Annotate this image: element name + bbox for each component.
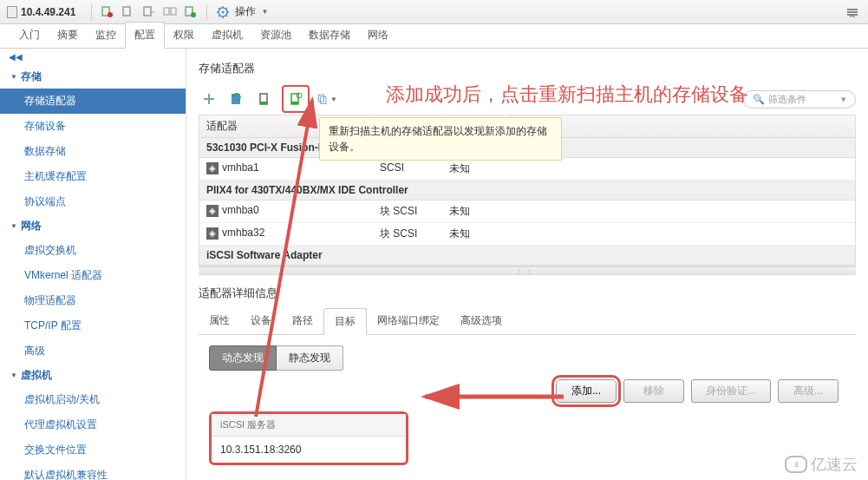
- tab-2[interactable]: 监控: [87, 23, 125, 48]
- splitter[interactable]: ::: [199, 266, 856, 275]
- sidebar-item[interactable]: 代理虚拟机设置: [0, 412, 186, 437]
- auth-button: 身份验证...: [691, 379, 771, 403]
- sidebar-item[interactable]: 协议端点: [0, 189, 186, 214]
- sidebar-item[interactable]: 物理适配器: [0, 288, 186, 313]
- dropdown-arrow-icon[interactable]: ▼: [261, 8, 268, 16]
- server-header[interactable]: iSCSI 服务器: [212, 414, 406, 437]
- svg-rect-4: [164, 8, 169, 15]
- svg-rect-2: [123, 7, 130, 16]
- tab-3[interactable]: 配置: [125, 22, 165, 49]
- table-group-row[interactable]: iSCSI Software Adapter: [199, 246, 855, 266]
- sidebar-item[interactable]: 存储适配器: [0, 89, 186, 114]
- toolbar-btn-4[interactable]: [161, 3, 179, 21]
- adapter-icon: ◈: [206, 162, 219, 174]
- gear-icon[interactable]: [214, 3, 232, 21]
- sidebar-item[interactable]: TCP/IP 配置: [0, 313, 186, 339]
- sidebar-item[interactable]: 主机缓存配置: [0, 164, 186, 189]
- server-value[interactable]: 10.3.151.18:3260: [212, 437, 406, 463]
- refresh-icon[interactable]: [226, 89, 247, 109]
- svg-rect-12: [260, 102, 267, 104]
- filter-dropdown-icon[interactable]: ▾: [841, 94, 846, 105]
- copy-icon[interactable]: ▼: [317, 89, 337, 109]
- add-adapter-icon[interactable]: [199, 89, 219, 109]
- toolbar-btn-5[interactable]: [182, 3, 199, 21]
- host-ip: 10.4.49.241: [21, 6, 75, 18]
- toolbar-btn-2[interactable]: [120, 3, 137, 21]
- tab-1[interactable]: 摘要: [49, 23, 87, 48]
- table-row[interactable]: ◈vmhba32块 SCSI未知: [199, 223, 855, 246]
- chevron-down-icon: ▼: [10, 73, 17, 81]
- action-buttons: 添加... 移除 身份验证... 高级...: [199, 379, 856, 403]
- toolbar-right-btn[interactable]: [844, 3, 861, 21]
- add-button[interactable]: 添加...: [556, 379, 617, 403]
- table-group-row[interactable]: PIIX4 for 430TX/440BX/MX IDE Controller: [199, 181, 855, 201]
- rescan-highlight: [282, 85, 310, 113]
- remove-button: 移除: [623, 379, 684, 403]
- sidebar-item[interactable]: 默认虚拟机兼容性: [0, 463, 186, 480]
- tab-4[interactable]: 权限: [165, 23, 203, 48]
- table-row[interactable]: ◈vmhba0块 SCSI未知: [199, 201, 855, 223]
- svg-rect-14: [291, 102, 298, 104]
- iscsi-server-table: iSCSI 服务器 10.3.151.18:3260: [209, 411, 408, 465]
- sidebar-item[interactable]: 虚拟机启动/关机: [0, 387, 186, 412]
- host-icon: [7, 6, 17, 18]
- adapter-icon: ◈: [206, 227, 219, 240]
- section-title: 存储适配器: [199, 61, 856, 76]
- detail-tab[interactable]: 网络端口绑定: [367, 308, 450, 334]
- detail-tab[interactable]: 属性: [199, 308, 240, 334]
- advanced-button: 高级...: [778, 379, 839, 403]
- filter-placeholder: 筛选条件: [768, 93, 806, 106]
- separator: [91, 4, 92, 20]
- storage-icon[interactable]: [254, 89, 275, 109]
- sidebar-item[interactable]: VMkernel 适配器: [0, 263, 186, 288]
- subtab[interactable]: 动态发现: [209, 345, 277, 371]
- detail-tab[interactable]: 高级选项: [450, 308, 512, 334]
- host-label: 10.4.49.241: [7, 6, 75, 18]
- tab-0[interactable]: 入门: [10, 23, 49, 48]
- detail-tab[interactable]: 目标: [323, 308, 367, 335]
- tooltip: 重新扫描主机的存储适配器以发现新添加的存储设备。: [319, 117, 562, 161]
- sidebar-group[interactable]: ▼虚拟机: [0, 364, 186, 387]
- svg-point-1: [108, 12, 113, 17]
- annotation-text: 添加成功后，点击重新扫描主机的存储设备: [386, 82, 748, 108]
- detail-tab[interactable]: 路径: [282, 308, 323, 334]
- discovery-subtabs: 动态发现静态发现: [209, 345, 856, 371]
- sidebar-item[interactable]: 数据存储: [0, 139, 186, 164]
- watermark-icon: ಹ: [785, 456, 807, 473]
- tab-6[interactable]: 资源池: [251, 23, 300, 48]
- separator: [206, 4, 207, 20]
- sidebar-item[interactable]: 高级: [0, 339, 186, 364]
- rescan-icon[interactable]: [285, 89, 306, 109]
- svg-point-15: [297, 93, 302, 98]
- sidebar-group[interactable]: ▼网络: [0, 214, 186, 238]
- svg-rect-16: [318, 95, 323, 102]
- sidebar-item[interactable]: 存储设备: [0, 114, 186, 139]
- detail-title: 适配器详细信息: [199, 286, 856, 301]
- filter-input[interactable]: 🔍 筛选条件 ▾: [743, 90, 856, 108]
- main-panel: 存储适配器 ▼ 🔍 筛选条件 ▾ 适配器 类型 状态 53c1030 PCI-X…: [186, 49, 868, 480]
- svg-point-9: [222, 10, 225, 13]
- svg-point-7: [191, 12, 196, 17]
- tab-7[interactable]: 数据存储: [300, 23, 359, 48]
- tab-5[interactable]: 虚拟机: [203, 23, 251, 48]
- adapter-icon: ◈: [206, 205, 219, 217]
- toolbar-btn-1[interactable]: [99, 3, 116, 21]
- table-row[interactable]: ◈vmhba1SCSI未知: [199, 158, 855, 181]
- watermark: ಹ 亿速云: [785, 454, 858, 475]
- svg-rect-5: [171, 8, 176, 15]
- sidebar-collapse[interactable]: ◀◀: [0, 49, 186, 65]
- top-toolbar: 10.4.49.241 操作 ▼: [0, 0, 868, 24]
- sidebar-item[interactable]: 交换文件位置: [0, 437, 186, 463]
- sidebar-group[interactable]: ▼存储: [0, 65, 186, 89]
- svg-rect-3: [144, 7, 151, 16]
- detail-tab[interactable]: 设备: [240, 308, 282, 334]
- toolbar-btn-3[interactable]: [140, 3, 158, 21]
- svg-rect-17: [321, 97, 326, 104]
- main-tabs: 入门摘要监控配置权限虚拟机资源池数据存储网络: [0, 24, 868, 49]
- sidebar: ◀◀ ▼存储存储适配器存储设备数据存储主机缓存配置协议端点▼网络虚拟交换机VMk…: [0, 49, 186, 480]
- sidebar-item[interactable]: 虚拟交换机: [0, 238, 186, 263]
- operate-label[interactable]: 操作: [235, 4, 256, 19]
- subtab[interactable]: 静态发现: [277, 345, 343, 371]
- tab-8[interactable]: 网络: [359, 23, 397, 48]
- chevron-down-icon: ▼: [10, 222, 17, 230]
